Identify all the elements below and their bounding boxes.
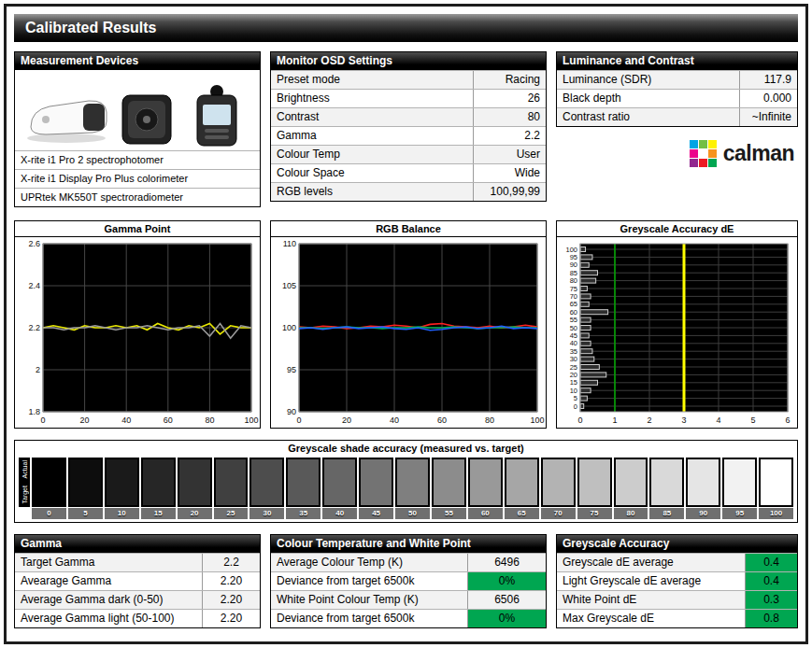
- table-row: Average Gamma light (50-100)2.20: [15, 609, 260, 627]
- greyscale-cell: 45: [359, 458, 393, 519]
- logo-square: [708, 159, 717, 167]
- row-value: 6496: [467, 554, 546, 571]
- row-value: 2.20: [202, 572, 260, 590]
- svg-text:2: 2: [647, 416, 651, 425]
- greyscale-swatch: [614, 458, 648, 507]
- table-row: Deviance from target 6500k0%: [271, 609, 546, 627]
- greyscale-cell: 0: [32, 458, 66, 519]
- greyscale-swatch: [178, 458, 212, 507]
- svg-text:95: 95: [287, 365, 296, 374]
- svg-text:1: 1: [612, 416, 617, 425]
- svg-text:100: 100: [244, 416, 258, 425]
- svg-text:80: 80: [485, 416, 494, 425]
- row-label: RGB levels: [271, 183, 473, 201]
- table-row: Average Gamma dark (0-50)2.20: [15, 590, 260, 609]
- greyscale-swatch: [686, 458, 720, 507]
- greyscale-level-label: 0: [32, 508, 66, 519]
- svg-text:2: 2: [36, 365, 40, 374]
- greyscale-swatch: [541, 458, 576, 507]
- table-row: Deviance from target 6500k0%: [271, 571, 546, 590]
- greyscale-cell: 70: [541, 458, 576, 519]
- greyscale-swatch: [577, 458, 612, 507]
- svg-text:6: 6: [785, 416, 790, 425]
- luminance-contrast-title: Luminance and Contrast: [557, 52, 797, 70]
- table-row: RGB levels100,99,99: [271, 182, 546, 201]
- svg-text:35: 35: [570, 347, 577, 356]
- greyscale-level-label: 100: [759, 508, 793, 519]
- page-title: Calibrated Results: [14, 14, 798, 42]
- calman-logo-text: calman: [723, 141, 794, 166]
- svg-text:20: 20: [80, 416, 90, 425]
- bottom-row: Gamma Target Gamma2.2Avearage Gamma2.20A…: [14, 534, 798, 628]
- table-row: Black depth0.000: [557, 89, 797, 107]
- greyscale-level-label: 80: [614, 508, 648, 519]
- top-right-column: Luminance and Contrast Luminance (SDR)11…: [556, 51, 798, 167]
- de-bar: [580, 404, 584, 409]
- table-row: Light Greyscale dE average0.4: [557, 571, 797, 590]
- row-label: White Point dE: [557, 591, 745, 609]
- row-label: Brightness: [271, 90, 473, 107]
- row-label: Black depth: [557, 90, 739, 107]
- svg-text:5: 5: [574, 394, 577, 402]
- greyscale-swatch: [32, 458, 66, 507]
- row-label: Target Gamma: [15, 554, 202, 571]
- measurement-devices-panel: Measurement Devices: [14, 51, 261, 207]
- rgb-balance-chart-panel: RGB Balance 9095100105110020406080100: [270, 220, 547, 429]
- device-photos: [15, 70, 260, 150]
- de-bar: [580, 310, 608, 315]
- row-value-status: 0.4: [745, 554, 797, 571]
- greyscale-level-label: 30: [249, 508, 284, 519]
- table-row: Gamma2.2: [271, 126, 546, 145]
- greyscale-level-label: 5: [68, 508, 103, 519]
- de-bar: [580, 317, 591, 322]
- colorimeter-photo: [122, 95, 171, 144]
- svg-text:45: 45: [570, 331, 577, 340]
- svg-text:75: 75: [570, 285, 577, 293]
- row-value-status: 0.8: [745, 610, 797, 627]
- row-value: 0.000: [739, 90, 797, 107]
- row-value: Racing: [473, 71, 546, 89]
- greyscale-level-label: 90: [686, 508, 720, 519]
- svg-text:100: 100: [282, 323, 296, 332]
- table-row: Brightness26: [271, 89, 546, 107]
- greyscale-swatch: [759, 458, 793, 507]
- gamma-point-chart: 1.822.22.42.6020406080100: [15, 237, 260, 428]
- table-row: Luminance (SDR)117.9: [557, 70, 797, 89]
- svg-text:105: 105: [282, 281, 296, 290]
- de-bar: [580, 302, 589, 306]
- svg-text:70: 70: [570, 292, 577, 301]
- row-value: 100,99,99: [473, 183, 546, 201]
- greyscale-cell: 20: [178, 458, 212, 519]
- calibration-report-page: Calibrated Results Measurement Devices: [4, 4, 808, 644]
- greyscale-swatch: [722, 458, 757, 507]
- logo-square: [699, 149, 707, 158]
- svg-text:60: 60: [437, 416, 447, 425]
- de-bar: [580, 388, 591, 393]
- greyscale-cell: 25: [214, 458, 249, 519]
- table-row: Contrast ratio~Infinite: [557, 107, 797, 126]
- de-bar: [580, 333, 589, 338]
- greyscale-cell: 100: [759, 458, 793, 519]
- logo-square: [699, 140, 707, 148]
- luminance-contrast-table: Luminance (SDR)117.9Black depth0.000Cont…: [557, 70, 797, 126]
- svg-text:30: 30: [570, 355, 577, 363]
- colour-temperature-table: Average Colour Temp (K)6496Deviance from…: [271, 553, 546, 627]
- greyscale-cell: 65: [505, 458, 539, 519]
- row-label: Colour Temp: [271, 146, 473, 163]
- row-value: 117.9: [739, 71, 797, 89]
- top-row: Measurement Devices: [14, 51, 798, 207]
- table-row: White Point dE0.3: [557, 590, 797, 609]
- row-value: 2.20: [202, 591, 260, 609]
- de-bar: [580, 287, 587, 291]
- strip-target-label: Target: [19, 483, 30, 508]
- row-value: User: [473, 146, 546, 163]
- row-label: Preset mode: [271, 71, 473, 89]
- greyscale-level-label: 75: [577, 508, 612, 519]
- logo-square: [690, 149, 698, 158]
- table-row: Average Colour Temp (K)6496: [271, 553, 546, 571]
- greyscale-cell: 30: [249, 458, 284, 519]
- greyscale-level-label: 40: [322, 508, 357, 519]
- greyscale-cell: 60: [468, 458, 503, 519]
- greyscale-cell: 55: [432, 458, 466, 519]
- greyscale-level-label: 25: [214, 508, 249, 519]
